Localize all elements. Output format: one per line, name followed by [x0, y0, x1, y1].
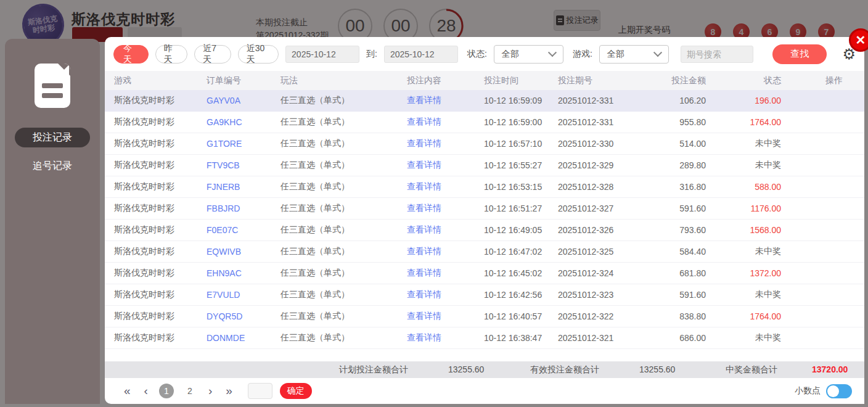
view-details-link[interactable]: 查看详情 — [407, 117, 484, 128]
cell-status: 未中奖 — [706, 332, 781, 343]
view-details-link[interactable]: 查看详情 — [407, 311, 484, 322]
close-modal-button[interactable]: ✕ — [849, 28, 868, 52]
confirm-page-button[interactable]: 确定 — [280, 383, 312, 399]
last-page-icon[interactable]: » — [226, 384, 232, 398]
cell-status: 未中奖 — [706, 246, 781, 257]
cell-play-type: 任三直选（单式） — [280, 138, 407, 149]
period-search-input[interactable] — [681, 46, 753, 63]
chevron-down-icon — [548, 48, 557, 57]
cell-bet-period: 20251012-326 — [558, 225, 650, 235]
order-id-link[interactable]: G1TORE — [207, 139, 280, 149]
date-from-input[interactable] — [285, 46, 359, 63]
next-page-icon[interactable]: › — [208, 384, 212, 398]
cell-bet-amount: 514.00 — [650, 139, 706, 149]
table-row: 斯洛伐克时时彩FJNERB任三直选（单式）查看详情10-12 16:53:152… — [105, 176, 864, 198]
cell-bet-period: 20251012-325 — [558, 247, 650, 257]
filter-7days-button[interactable]: 近7天 — [194, 45, 231, 64]
status-select-value: 全部 — [502, 49, 519, 60]
date-to-input[interactable] — [384, 46, 458, 63]
page-button-2[interactable]: 2 — [182, 384, 197, 398]
cell-bet-time: 10-12 16:59:09 — [484, 96, 558, 105]
cell-bet-period: 20251012-321 — [558, 333, 650, 343]
to-label: 到: — [366, 49, 377, 60]
status-select[interactable]: 全部 — [494, 45, 563, 64]
order-id-link[interactable]: E7VULD — [207, 290, 280, 300]
order-id-link[interactable]: FJNERB — [207, 182, 280, 192]
planned-total-value: 13255.60 — [448, 364, 484, 374]
cell-bet-amount: 584.40 — [650, 247, 706, 257]
decimal-toggle-label: 小数点 — [795, 385, 821, 397]
cell-status: 未中奖 — [706, 160, 781, 171]
cell-status: 196.00 — [706, 96, 781, 105]
record-sidebar: 投注记录 追号记录 — [5, 39, 100, 404]
order-id-link[interactable]: FTV9CB — [207, 160, 280, 170]
first-page-icon[interactable]: « — [124, 384, 131, 398]
order-id-link[interactable]: GA9KHC — [207, 117, 280, 127]
cell-play-type: 任三直选（单式） — [280, 224, 407, 236]
order-id-link[interactable]: EHN9AC — [207, 268, 280, 278]
cell-bet-amount: 681.80 — [650, 268, 706, 278]
table-body: 斯洛伐克时时彩GAYV0A任三直选（单式）查看详情10-12 16:59:092… — [105, 90, 864, 349]
view-details-link[interactable]: 查看详情 — [407, 203, 484, 214]
sidebar-item-bet-records[interactable]: 投注记录 — [15, 128, 90, 147]
filter-today-button[interactable]: 今天 — [113, 45, 149, 64]
order-id-link[interactable]: F0E07C — [207, 225, 280, 235]
cell-game: 斯洛伐克时时彩 — [114, 224, 207, 236]
col-status: 状态 — [706, 75, 781, 86]
cell-bet-amount: 316.80 — [650, 182, 706, 192]
cell-play-type: 任三直选（单式） — [280, 246, 407, 257]
cell-bet-period: 20251012-328 — [558, 182, 650, 192]
order-id-link[interactable]: FBBJRD — [207, 204, 280, 213]
view-details-link[interactable]: 查看详情 — [407, 138, 484, 149]
table-row: 斯洛伐克时时彩GA9KHC任三直选（单式）查看详情10-12 16:59:002… — [105, 112, 864, 133]
cell-status: 未中奖 — [706, 289, 781, 300]
page-jump-input[interactable] — [248, 383, 272, 399]
game-select[interactable]: 全部 — [599, 45, 669, 64]
cell-bet-period: 20251012-324 — [558, 268, 650, 278]
col-bet-content: 投注内容 — [407, 75, 484, 86]
cell-bet-amount: 106.20 — [650, 96, 706, 105]
win-total-value: 13720.00 — [812, 364, 848, 374]
cell-play-type: 任三直选（单式） — [280, 160, 407, 171]
view-details-link[interactable]: 查看详情 — [407, 224, 484, 236]
cell-play-type: 任三直选（单式） — [280, 289, 407, 300]
decimal-toggle-group: 小数点 — [795, 384, 852, 398]
order-id-link[interactable]: DYQR5D — [207, 311, 280, 321]
order-id-link[interactable]: EQWIVB — [207, 247, 280, 257]
table-row: 斯洛伐克时时彩DYQR5D任三直选（单式）查看详情10-12 16:40:572… — [105, 306, 864, 327]
view-details-link[interactable]: 查看详情 — [407, 160, 484, 171]
cell-play-type: 任三直选（单式） — [280, 268, 407, 279]
cell-play-type: 任三直选（单式） — [280, 95, 407, 106]
filter-30days-button[interactable]: 近30天 — [238, 45, 279, 64]
page-button-1[interactable]: 1 — [159, 384, 174, 398]
bet-records-modal: 今天 昨天 近7天 近30天 到: 状态: 全部 游戏: 全部 查找 ⚙ 游戏 … — [105, 37, 864, 404]
cell-bet-time: 10-12 16:53:15 — [484, 182, 558, 192]
search-button[interactable]: 查找 — [772, 44, 827, 64]
view-details-link[interactable]: 查看详情 — [407, 246, 484, 257]
cell-game: 斯洛伐克时时彩 — [114, 289, 207, 300]
table-header: 游戏 订单编号 玩法 投注内容 投注时间 投注期号 投注金额 状态 操作 — [105, 71, 864, 90]
view-details-link[interactable]: 查看详情 — [407, 332, 484, 343]
cell-bet-period: 20251012-322 — [558, 311, 650, 321]
cell-bet-time: 10-12 16:38:47 — [484, 333, 558, 343]
view-details-link[interactable]: 查看详情 — [407, 268, 484, 279]
table-row: 斯洛伐克时时彩G1TORE任三直选（单式）查看详情10-12 16:57:102… — [105, 133, 864, 155]
view-details-link[interactable]: 查看详情 — [407, 181, 484, 192]
prev-page-icon[interactable]: ‹ — [144, 384, 148, 398]
cell-bet-time: 10-12 16:57:10 — [484, 139, 558, 149]
view-details-link[interactable]: 查看详情 — [407, 95, 484, 106]
cell-game: 斯洛伐克时时彩 — [114, 332, 207, 343]
cell-play-type: 任三直选（单式） — [280, 117, 407, 128]
cell-game: 斯洛伐克时时彩 — [114, 117, 207, 128]
filter-yesterday-button[interactable]: 昨天 — [155, 45, 188, 64]
decimal-toggle-switch[interactable] — [826, 384, 852, 398]
table-row: 斯洛伐克时时彩DONMDE任三直选（单式）查看详情10-12 16:38:472… — [105, 327, 864, 349]
cell-bet-time: 10-12 16:59:00 — [484, 117, 558, 127]
order-id-link[interactable]: DONMDE — [207, 333, 280, 343]
sidebar-item-chase-records[interactable]: 追号记录 — [33, 160, 72, 173]
view-details-link[interactable]: 查看详情 — [407, 289, 484, 300]
order-id-link[interactable]: GAYV0A — [207, 96, 280, 105]
cell-status: 未中奖 — [706, 138, 781, 149]
chevron-down-icon — [653, 48, 662, 57]
cell-status: 1176.00 — [706, 204, 781, 213]
